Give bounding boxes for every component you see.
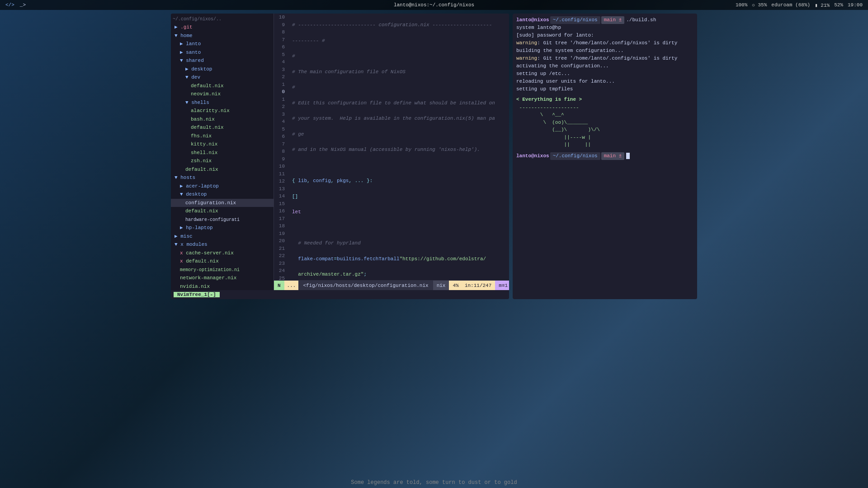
nvim-bottom-status: NvimTree_1[-]: [171, 290, 509, 299]
prompt-cmd-1: ./build.sh: [626, 16, 656, 24]
nvim-percent: 4% in:11/247: [449, 281, 495, 290]
nvim-mode-indicator: N: [274, 281, 284, 290]
tree-dev[interactable]: ▼ dev: [171, 73, 274, 82]
bottombar: Some legends are told, some turn to dust…: [0, 477, 868, 488]
terminals-container: ~/.config/nixos/.. ▶ .git ▼ home ▶ lanto…: [171, 14, 697, 299]
tree-acer[interactable]: ▶ acer-laptop: [171, 182, 274, 191]
output-line-reload: reloading user units for lanto...: [516, 78, 693, 85]
volume-indicator: 52%: [834, 2, 843, 8]
topbar-title: lanto@nixos:~/.config/nixos: [394, 2, 474, 8]
topbar: </> _> lanto@nixos:~/.config/nixos 100% …: [0, 0, 868, 10]
nvim-statusbar: N ... <fig/nixos/hosts/desktop/configura…: [274, 280, 509, 290]
prompt-branch-1: main ±: [601, 16, 625, 24]
output-line-warn2: warning: Git tree '/home/lanto/.config/n…: [516, 55, 693, 62]
tree-shells-default[interactable]: default.nix: [171, 123, 274, 132]
tree-lanto[interactable]: ▶ lanto: [171, 40, 274, 48]
output-line-building: building the system configuration...: [516, 47, 693, 55]
terminal-output: lanto@nixos ~/.config/nixos main ± ./bui…: [513, 14, 697, 299]
nvim-tree-label: NvimTree_1[-]: [174, 292, 220, 297]
topbar-left: </> _>: [5, 2, 26, 8]
tree-misc[interactable]: ▶ misc: [171, 232, 274, 241]
nvim-container: ~/.config/nixos/.. ▶ .git ▼ home ▶ lanto…: [171, 14, 509, 290]
tree-shell[interactable]: shell.nix: [171, 149, 274, 157]
tree-zsh[interactable]: zsh.nix: [171, 157, 274, 165]
tree-cache-server[interactable]: x cache-server.nix: [171, 249, 274, 258]
right-terminal[interactable]: lanto@nixos ~/.config/nixos main ± ./bui…: [513, 14, 697, 299]
tree-hardware-config[interactable]: hardware-configurati: [171, 216, 274, 224]
output-line-etc: setting up /etc...: [516, 70, 693, 78]
tree-alacritty[interactable]: alacritty.nix: [171, 107, 274, 115]
clock: 19:00: [848, 2, 863, 8]
topbar-right: 100% ☼ 35% eduroam (68%) ▮ 21% 52% 19:00: [736, 2, 863, 8]
code-lines: # -------------------------- configurati…: [288, 14, 509, 280]
output-line-sudo: [sudo] password for lanto:: [516, 32, 693, 39]
nvim-filetype: nix: [433, 281, 449, 290]
output-line-system: system lanto@hp: [516, 24, 693, 32]
tree-modules[interactable]: ▼ x modules: [171, 240, 274, 249]
wifi-indicator: eduroam (68%): [771, 2, 810, 8]
tree-modules-default[interactable]: x default.nix: [171, 257, 274, 266]
tree-kitty[interactable]: kitty.nix: [171, 140, 274, 149]
neovim-terminal[interactable]: ~/.config/nixos/.. ▶ .git ▼ home ▶ lanto…: [171, 14, 509, 299]
tree-configuration-nix[interactable]: configuration.nix: [171, 199, 274, 207]
code-content: 10 9 8 7 6 5 4 3 2 1 0 1 2 3 4: [274, 14, 509, 280]
prompt-path-1: ~/.config/nixos: [550, 16, 600, 24]
ascii-art: -------------------- \ ^__^ \ (oo)\_____…: [516, 104, 693, 149]
bottombar-text: Some legends are told, some turn to dust…: [351, 479, 517, 486]
tree-hp[interactable]: ▶ hp-laptop: [171, 224, 274, 232]
battery-indicator: ▮ 21%: [815, 2, 830, 8]
terminal-icon[interactable]: _>: [20, 2, 26, 8]
tree-shared[interactable]: ▼ shared: [171, 56, 274, 65]
nvim-position: m≡1: [495, 281, 509, 290]
tree-shared-default[interactable]: default.nix: [171, 165, 274, 174]
tree-fhs[interactable]: fhs.nix: [171, 132, 274, 141]
tree-memory-opt[interactable]: memory-optimization.ni: [171, 266, 274, 274]
nvim-mode-extra: ...: [284, 281, 299, 290]
tree-dev-default[interactable]: default.nix: [171, 82, 274, 90]
prompt-branch-2: main ±: [601, 152, 625, 160]
tree-santo[interactable]: ▶ santo: [171, 48, 274, 57]
everything-fine-msg: < Everything is fine >: [516, 96, 693, 103]
prompt-user-2: lanto@nixos: [516, 152, 549, 160]
file-tree[interactable]: ~/.config/nixos/.. ▶ .git ▼ home ▶ lanto…: [171, 14, 274, 290]
tree-dev-neovim[interactable]: neovim.nix: [171, 90, 274, 99]
tree-desktop-host[interactable]: ▼ desktop: [171, 190, 274, 199]
code-icon[interactable]: </>: [5, 2, 14, 8]
tree-nvidia[interactable]: nvidia.nix: [171, 282, 274, 291]
prompt-line-2: lanto@nixos ~/.config/nixos main ±: [516, 152, 693, 160]
tree-bash[interactable]: bash.nix: [171, 115, 274, 124]
zoom-indicator: 100%: [736, 2, 747, 8]
output-line-tmpfiles: setting up tmpfiles: [516, 85, 693, 93]
prompt-line-1: lanto@nixos ~/.config/nixos main ± ./bui…: [516, 16, 693, 24]
output-line-activating: activating the configuration...: [516, 62, 693, 70]
tree-shells[interactable]: ▼ shells: [171, 99, 274, 107]
tree-home[interactable]: ▼ home: [171, 32, 274, 40]
output-line-warn1: warning: Git tree '/home/lanto/.config/n…: [516, 39, 693, 47]
prompt-user-1: lanto@nixos: [516, 16, 549, 24]
tree-network-mgr[interactable]: network-manager.nix: [171, 274, 274, 282]
tree-git[interactable]: ▶ .git: [171, 23, 274, 32]
tree-hosts[interactable]: ▼ hosts: [171, 174, 274, 182]
line-numbers: 10 9 8 7 6 5 4 3 2 1 0 1 2 3 4: [274, 14, 288, 280]
prompt-path-2: ~/.config/nixos: [550, 152, 600, 160]
tree-desktop-default[interactable]: default.nix: [171, 207, 274, 216]
tree-desktop-shared[interactable]: ▶ desktop: [171, 65, 274, 74]
code-editor[interactable]: 10 9 8 7 6 5 4 3 2 1 0 1 2 3 4: [274, 14, 509, 290]
terminal-cursor: [626, 153, 630, 159]
file-tree-root: ~/.config/nixos/..: [171, 15, 274, 23]
nvim-filepath: <fig/nixos/hosts/desktop/configuration.n…: [298, 281, 433, 290]
brightness-indicator: ☼ 35%: [752, 2, 767, 8]
